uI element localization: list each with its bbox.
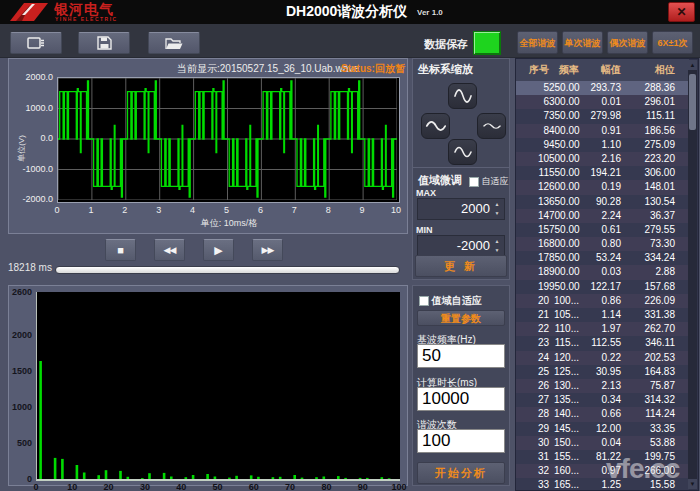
table-row[interactable]: 25125...30.95164.83 bbox=[516, 365, 689, 379]
table-row[interactable]: 7350.00279.98115.11 bbox=[516, 109, 689, 123]
spin-up-icon[interactable]: ▲ bbox=[495, 238, 500, 244]
table-row[interactable]: 17850.0053.24334.24 bbox=[516, 251, 689, 265]
rewind-button[interactable]: ◀◀ bbox=[154, 239, 185, 261]
waveform-x-axis: 012345678910 bbox=[57, 205, 400, 217]
table-cell: 0.19 bbox=[579, 180, 621, 194]
table-scrollbar[interactable]: ▲ ▼ bbox=[688, 60, 697, 489]
table-row[interactable]: 9450.001.10275.09 bbox=[516, 138, 689, 152]
table-row[interactable]: 20100...0.86226.09 bbox=[516, 294, 689, 308]
harmonics-filter-tab[interactable]: 偶次谐波 bbox=[607, 31, 648, 54]
zoom-amplitude-in-button[interactable] bbox=[448, 83, 477, 109]
device-button[interactable] bbox=[10, 32, 62, 54]
harmonics-filter-tab[interactable]: 单次谐波 bbox=[562, 31, 603, 54]
table-row[interactable]: 27135...0.34314.32 bbox=[516, 393, 689, 407]
harmonics-filter-tab[interactable]: 全部谐波 bbox=[517, 31, 558, 54]
table-row[interactable]: 18900.000.032.88 bbox=[516, 265, 689, 279]
min-spinbox[interactable]: -2000 ▲▼ bbox=[417, 235, 505, 257]
sine-wide-icon bbox=[424, 118, 447, 134]
fast-forward-button[interactable]: ▶▶ bbox=[252, 239, 283, 261]
table-row[interactable]: 19950.00122.17157.68 bbox=[516, 280, 689, 294]
adaptive-checkbox[interactable] bbox=[469, 177, 479, 187]
table-cell: 202.53 bbox=[621, 351, 675, 365]
table-row[interactable]: 30150...0.0453.88 bbox=[516, 436, 689, 450]
zoom-amplitude-out-button[interactable] bbox=[477, 113, 506, 139]
table-row[interactable]: 26130...2.1375.87 bbox=[516, 379, 689, 393]
table-cell: 130... bbox=[549, 379, 579, 393]
table-cell: 33 bbox=[516, 478, 549, 490]
spin-up-icon[interactable]: ▲ bbox=[495, 201, 500, 207]
update-button[interactable]: 更 新 bbox=[415, 255, 507, 277]
table-row[interactable]: 13650.0090.28130.54 bbox=[516, 195, 689, 209]
reset-params-button[interactable]: 重置参数 bbox=[417, 310, 505, 326]
spin-down-icon[interactable]: ▼ bbox=[495, 210, 500, 216]
table-cell: 148.01 bbox=[621, 180, 675, 194]
table-row[interactable]: 15750.000.61279.55 bbox=[516, 223, 689, 237]
table-cell: 9 bbox=[516, 138, 549, 152]
waveform-x-axis-title: 单位: 10ms/格 bbox=[149, 217, 309, 230]
table-row[interactable]: 24120...0.22202.53 bbox=[516, 351, 689, 365]
fundamental-freq-input[interactable] bbox=[417, 344, 505, 368]
table-cell: 16 bbox=[516, 237, 549, 251]
table-cell: 900.00 bbox=[549, 265, 579, 279]
table-row[interactable]: 14700.002.2436.37 bbox=[516, 209, 689, 223]
table-cell: 14 bbox=[516, 209, 549, 223]
table-row[interactable]: 22110...1.97262.70 bbox=[516, 322, 689, 336]
duration-input[interactable] bbox=[417, 387, 505, 411]
table-cell: 23 bbox=[516, 336, 549, 350]
table-row[interactable]: 23115...112.55346.11 bbox=[516, 336, 689, 350]
table-row[interactable]: 6300.000.01296.01 bbox=[516, 95, 689, 109]
save-button[interactable] bbox=[78, 32, 130, 54]
table-cell: 6 bbox=[516, 95, 549, 109]
table-row[interactable]: 28140...0.66114.24 bbox=[516, 407, 689, 421]
open-file-button[interactable] bbox=[148, 32, 200, 54]
table-cell: 1.10 bbox=[579, 138, 621, 152]
zoom-time-in-button[interactable] bbox=[448, 139, 477, 165]
stop-button[interactable]: ■ bbox=[105, 239, 136, 261]
table-cell: 22 bbox=[516, 322, 549, 336]
table-row[interactable]: 5250.00293.73288.36 bbox=[516, 81, 689, 95]
table-row[interactable]: 10500.002.16223.20 bbox=[516, 152, 689, 166]
table-row[interactable]: 32160...0.97266.00 bbox=[516, 464, 689, 478]
table-row[interactable]: 16800.000.8073.30 bbox=[516, 237, 689, 251]
table-cell: 150... bbox=[549, 436, 579, 450]
table-row[interactable]: 8400.000.91186.56 bbox=[516, 124, 689, 138]
max-spinbox[interactable]: 2000 ▲▼ bbox=[417, 198, 505, 220]
table-cell: 0.80 bbox=[579, 237, 621, 251]
harmonic-order-input[interactable] bbox=[417, 429, 505, 453]
zoom-time-out-button[interactable] bbox=[421, 113, 450, 139]
column-header[interactable]: 相位 bbox=[621, 63, 675, 77]
playback-progress-bar[interactable] bbox=[55, 266, 400, 274]
table-cell: 15 bbox=[516, 223, 549, 237]
table-row[interactable]: 21105...1.14331.38 bbox=[516, 308, 689, 322]
start-analysis-button[interactable]: 开始分析 bbox=[417, 462, 505, 484]
close-button[interactable]: ✕ bbox=[668, 2, 695, 22]
table-cell: 53.88 bbox=[621, 436, 675, 450]
harmonics-filter-tab[interactable]: 6X±1次 bbox=[652, 31, 693, 54]
tick-label: -2000.0 bbox=[11, 194, 53, 204]
max-spinner-arrows[interactable]: ▲▼ bbox=[492, 200, 502, 218]
table-cell: 2.16 bbox=[579, 152, 621, 166]
waveform-y-axis-title: 单位(V) bbox=[16, 125, 27, 173]
scroll-up-icon[interactable]: ▲ bbox=[688, 60, 697, 70]
range-adaptive-checkbox[interactable] bbox=[419, 296, 429, 306]
scrollbar-thumb[interactable] bbox=[689, 74, 696, 130]
scroll-down-icon[interactable]: ▼ bbox=[688, 479, 697, 489]
table-cell: 2.13 bbox=[579, 379, 621, 393]
column-header[interactable]: 幅值 bbox=[579, 63, 621, 77]
spin-down-icon[interactable]: ▼ bbox=[495, 247, 500, 253]
table-row[interactable]: 33165...1.2515.58 bbox=[516, 478, 689, 490]
min-spinner-arrows[interactable]: ▲▼ bbox=[492, 237, 502, 255]
column-header[interactable]: 序号 bbox=[516, 63, 549, 77]
table-row[interactable]: 11550.00194.21306.00 bbox=[516, 166, 689, 180]
waveform-panel: 当前显示:20150527.15_36_10.Uab.wave Status:回… bbox=[8, 58, 408, 234]
table-row[interactable]: 29145...12.0033.35 bbox=[516, 422, 689, 436]
table-row[interactable]: 31155...81.22199.75 bbox=[516, 450, 689, 464]
table-row[interactable]: 12600.000.19148.01 bbox=[516, 180, 689, 194]
divider bbox=[413, 167, 509, 168]
play-button[interactable]: ▶ bbox=[203, 239, 234, 261]
column-header[interactable]: 频率 bbox=[549, 63, 579, 77]
tick-label: 2000.0 bbox=[11, 72, 53, 82]
tick-label: 30 bbox=[135, 482, 155, 491]
table-cell: 0.34 bbox=[579, 393, 621, 407]
table-cell: 300.00 bbox=[549, 95, 579, 109]
